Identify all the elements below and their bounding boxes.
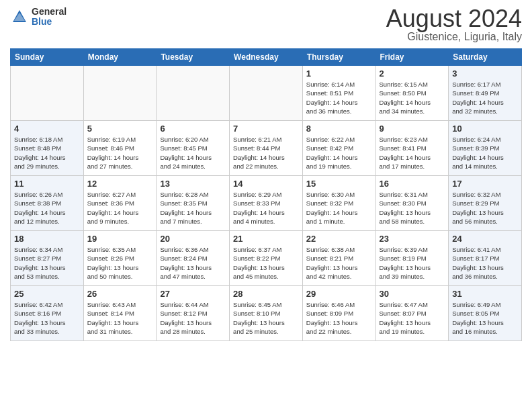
day-info: Sunrise: 6:44 AM Sunset: 8:12 PM Dayligh…	[160, 300, 226, 336]
weekday-monday: Monday	[83, 49, 157, 66]
day-number: 6	[160, 124, 226, 134]
day-info: Sunrise: 6:39 AM Sunset: 8:19 PM Dayligh…	[380, 245, 445, 281]
day-info: Sunrise: 6:21 AM Sunset: 8:44 PM Dayligh…	[233, 135, 299, 171]
day-cell: 22Sunrise: 6:38 AM Sunset: 8:21 PM Dayli…	[302, 231, 375, 286]
day-cell: 4Sunrise: 6:18 AM Sunset: 8:48 PM Daylig…	[11, 121, 84, 176]
day-cell: 30Sunrise: 6:47 AM Sunset: 8:07 PM Dayli…	[375, 286, 449, 341]
day-cell: 1Sunrise: 6:14 AM Sunset: 8:51 PM Daylig…	[302, 66, 375, 121]
weekday-friday: Friday	[375, 49, 449, 66]
day-number: 11	[14, 179, 80, 189]
day-number: 3	[452, 68, 518, 79]
title-section: August 2024 Giustenice, Liguria, Italy	[386, 7, 522, 43]
day-info: Sunrise: 6:49 AM Sunset: 8:05 PM Dayligh…	[452, 300, 518, 336]
day-cell	[230, 66, 303, 121]
day-number: 17	[452, 179, 518, 189]
day-number: 9	[380, 124, 445, 134]
day-info: Sunrise: 6:14 AM Sunset: 8:51 PM Dayligh…	[306, 80, 372, 116]
day-cell: 12Sunrise: 6:27 AM Sunset: 8:36 PM Dayli…	[83, 176, 157, 231]
day-number: 27	[160, 289, 226, 299]
day-number: 21	[233, 234, 299, 244]
day-info: Sunrise: 6:17 AM Sunset: 8:49 PM Dayligh…	[452, 80, 518, 116]
day-number: 18	[14, 234, 80, 244]
day-number: 20	[160, 234, 226, 244]
day-info: Sunrise: 6:24 AM Sunset: 8:39 PM Dayligh…	[452, 135, 518, 171]
day-info: Sunrise: 6:20 AM Sunset: 8:45 PM Dayligh…	[160, 135, 226, 171]
day-cell: 15Sunrise: 6:30 AM Sunset: 8:32 PM Dayli…	[302, 176, 375, 231]
week-row-4: 18Sunrise: 6:34 AM Sunset: 8:27 PM Dayli…	[11, 231, 522, 286]
logo-blue: Blue	[32, 17, 66, 27]
day-info: Sunrise: 6:31 AM Sunset: 8:30 PM Dayligh…	[380, 190, 445, 226]
day-number: 2	[380, 68, 445, 79]
day-number: 5	[87, 124, 153, 134]
day-number: 25	[14, 289, 80, 299]
day-cell: 16Sunrise: 6:31 AM Sunset: 8:30 PM Dayli…	[375, 176, 449, 231]
day-info: Sunrise: 6:29 AM Sunset: 8:33 PM Dayligh…	[233, 190, 299, 226]
day-cell: 19Sunrise: 6:35 AM Sunset: 8:26 PM Dayli…	[83, 231, 157, 286]
day-info: Sunrise: 6:15 AM Sunset: 8:50 PM Dayligh…	[380, 80, 445, 116]
month-title: August 2024	[386, 7, 522, 31]
day-info: Sunrise: 6:43 AM Sunset: 8:14 PM Dayligh…	[87, 300, 153, 336]
day-number: 24	[452, 234, 518, 244]
day-info: Sunrise: 6:47 AM Sunset: 8:07 PM Dayligh…	[380, 300, 445, 336]
day-info: Sunrise: 6:42 AM Sunset: 8:16 PM Dayligh…	[14, 300, 80, 336]
day-cell: 3Sunrise: 6:17 AM Sunset: 8:49 PM Daylig…	[449, 66, 522, 121]
day-info: Sunrise: 6:19 AM Sunset: 8:46 PM Dayligh…	[87, 135, 153, 171]
weekday-saturday: Saturday	[449, 49, 522, 66]
day-cell: 26Sunrise: 6:43 AM Sunset: 8:14 PM Dayli…	[83, 286, 157, 341]
day-number: 30	[380, 289, 445, 299]
day-info: Sunrise: 6:41 AM Sunset: 8:17 PM Dayligh…	[452, 245, 518, 281]
page-header: General Blue August 2024 Giustenice, Lig…	[10, 7, 522, 43]
day-info: Sunrise: 6:38 AM Sunset: 8:21 PM Dayligh…	[306, 245, 372, 281]
day-info: Sunrise: 6:27 AM Sunset: 8:36 PM Dayligh…	[87, 190, 153, 226]
day-number: 13	[160, 179, 226, 189]
day-cell: 14Sunrise: 6:29 AM Sunset: 8:33 PM Dayli…	[230, 176, 303, 231]
week-row-5: 25Sunrise: 6:42 AM Sunset: 8:16 PM Dayli…	[11, 286, 522, 341]
day-number: 26	[87, 289, 153, 299]
day-number: 7	[233, 124, 299, 134]
day-info: Sunrise: 6:36 AM Sunset: 8:24 PM Dayligh…	[160, 245, 226, 281]
day-number: 14	[233, 179, 299, 189]
day-info: Sunrise: 6:23 AM Sunset: 8:41 PM Dayligh…	[380, 135, 445, 171]
location: Giustenice, Liguria, Italy	[386, 31, 522, 43]
day-number: 16	[380, 179, 445, 189]
day-cell	[11, 66, 84, 121]
day-cell: 28Sunrise: 6:45 AM Sunset: 8:10 PM Dayli…	[230, 286, 303, 341]
weekday-sunday: Sunday	[11, 49, 84, 66]
week-row-2: 4Sunrise: 6:18 AM Sunset: 8:48 PM Daylig…	[11, 121, 522, 176]
weekday-header-row: SundayMondayTuesdayWednesdayThursdayFrid…	[11, 49, 522, 66]
day-cell	[157, 66, 230, 121]
day-number: 23	[380, 234, 445, 244]
day-cell: 2Sunrise: 6:15 AM Sunset: 8:50 PM Daylig…	[375, 66, 449, 121]
weekday-thursday: Thursday	[302, 49, 375, 66]
day-number: 31	[452, 289, 518, 299]
weekday-wednesday: Wednesday	[230, 49, 303, 66]
day-cell: 6Sunrise: 6:20 AM Sunset: 8:45 PM Daylig…	[157, 121, 230, 176]
day-cell: 25Sunrise: 6:42 AM Sunset: 8:16 PM Dayli…	[11, 286, 84, 341]
day-info: Sunrise: 6:46 AM Sunset: 8:09 PM Dayligh…	[306, 300, 372, 336]
weekday-tuesday: Tuesday	[157, 49, 230, 66]
day-number: 4	[14, 124, 80, 134]
day-info: Sunrise: 6:22 AM Sunset: 8:42 PM Dayligh…	[306, 135, 372, 171]
day-cell: 17Sunrise: 6:32 AM Sunset: 8:29 PM Dayli…	[449, 176, 522, 231]
day-number: 19	[87, 234, 153, 244]
day-cell: 29Sunrise: 6:46 AM Sunset: 8:09 PM Dayli…	[302, 286, 375, 341]
day-info: Sunrise: 6:30 AM Sunset: 8:32 PM Dayligh…	[306, 190, 372, 226]
logo-general: General	[32, 7, 66, 17]
day-cell: 21Sunrise: 6:37 AM Sunset: 8:22 PM Dayli…	[230, 231, 303, 286]
svg-marker-1	[14, 13, 25, 21]
day-cell: 11Sunrise: 6:26 AM Sunset: 8:38 PM Dayli…	[11, 176, 84, 231]
day-info: Sunrise: 6:28 AM Sunset: 8:35 PM Dayligh…	[160, 190, 226, 226]
day-cell: 7Sunrise: 6:21 AM Sunset: 8:44 PM Daylig…	[230, 121, 303, 176]
day-info: Sunrise: 6:26 AM Sunset: 8:38 PM Dayligh…	[14, 190, 80, 226]
day-cell: 18Sunrise: 6:34 AM Sunset: 8:27 PM Dayli…	[11, 231, 84, 286]
day-cell: 31Sunrise: 6:49 AM Sunset: 8:05 PM Dayli…	[449, 286, 522, 341]
day-info: Sunrise: 6:37 AM Sunset: 8:22 PM Dayligh…	[233, 245, 299, 281]
day-number: 15	[306, 179, 372, 189]
logo-text: General Blue	[32, 7, 66, 28]
week-row-1: 1Sunrise: 6:14 AM Sunset: 8:51 PM Daylig…	[11, 66, 522, 121]
day-info: Sunrise: 6:18 AM Sunset: 8:48 PM Dayligh…	[14, 135, 80, 171]
day-cell: 13Sunrise: 6:28 AM Sunset: 8:35 PM Dayli…	[157, 176, 230, 231]
day-info: Sunrise: 6:34 AM Sunset: 8:27 PM Dayligh…	[14, 245, 80, 281]
day-cell: 9Sunrise: 6:23 AM Sunset: 8:41 PM Daylig…	[375, 121, 449, 176]
day-number: 12	[87, 179, 153, 189]
